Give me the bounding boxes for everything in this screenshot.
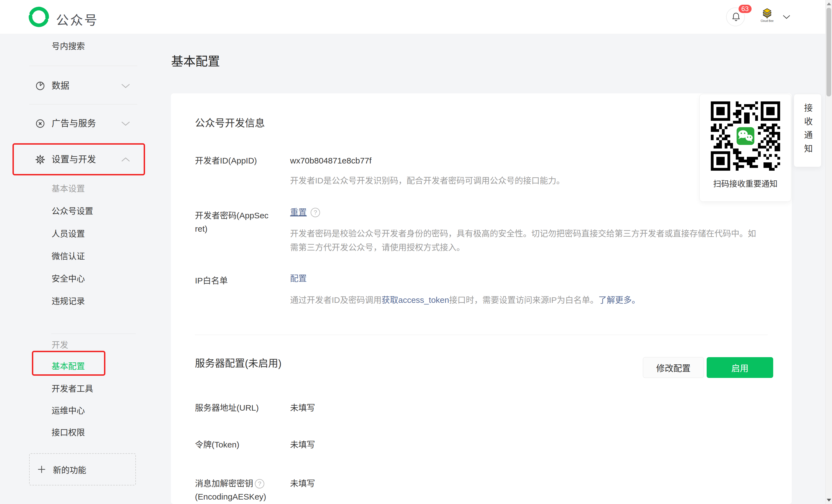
appsecret-actions: 重置? [290, 206, 320, 218]
sidebar-item-ops-center[interactable]: 运维中心 [52, 405, 85, 416]
sidebar-item-data[interactable]: 数据 [52, 80, 69, 91]
aes-key-label: 消息加解密密钥? (EncodingAESKey) [195, 477, 286, 503]
learn-more-link[interactable]: 了解更多。 [598, 296, 640, 305]
page-scrollbar[interactable] [825, 0, 832, 504]
configure-ip-whitelist-link[interactable]: 配置 [290, 274, 307, 283]
appsecret-label: 开发者密码(AppSec ret) [195, 209, 286, 235]
appid-value: wx70b804871e8cb77f [290, 155, 372, 167]
sidebar-divider [51, 334, 136, 334]
sidebar-nav: 号内搜索 数据 广告与服务 [0, 34, 155, 504]
reset-appsecret-link[interactable]: 重置 [290, 207, 307, 217]
dev-info-heading: 公众号开发信息 [195, 117, 265, 130]
sidebar-item-account-search[interactable]: 号内搜索 [52, 41, 85, 52]
plus-icon [37, 465, 46, 474]
chevron-down-icon[interactable] [121, 83, 130, 89]
qr-code [711, 102, 780, 171]
new-feature-label: 新的功能 [53, 463, 86, 475]
aes-key-value: 未填写 [290, 477, 315, 489]
ip-whitelist-label: IP白名单 [195, 275, 286, 287]
page-title: 基本配置 [171, 54, 220, 69]
server-url-value: 未填写 [290, 402, 315, 414]
appid-desc: 开发者ID是公众号开发识别码，配合开发者密码可调用公众号的接口能力。 [290, 174, 565, 187]
scrollbar-up-arrow-icon[interactable] [827, 2, 831, 5]
ip-whitelist-desc: 通过开发者ID及密码调用获取access_token接口时，需要设置访问来源IP… [290, 294, 640, 306]
qr-caption: 扫码接收重要通知 [700, 177, 791, 189]
sidebar-divider [29, 104, 137, 105]
chevron-down-icon[interactable] [121, 121, 130, 127]
compass-icon [35, 119, 45, 129]
get-access-token-link[interactable]: 获取access_token [382, 296, 449, 305]
sidebar-item-ads-services[interactable]: 广告与服务 [52, 118, 96, 129]
qr-notice-panel: 扫码接收重要通知 [699, 94, 791, 202]
brand-title: 公众号 [56, 10, 99, 28]
appsecret-desc: 开发者密码是校验公众号开发者身份的密码，具有极高的安全性。切记勿把密码直接交给第… [290, 227, 756, 254]
account-avatar[interactable] [761, 8, 773, 19]
sidebar-item-account-settings[interactable]: 公众号设置 [52, 205, 93, 217]
scrollbar-down-arrow-icon[interactable] [827, 499, 831, 502]
sidebar-item-api-permissions[interactable]: 接口权限 [52, 427, 85, 438]
server-config-heading: 服务器配置(未启用) [195, 357, 282, 370]
scrollbar-thumb[interactable] [827, 8, 831, 96]
sidebar-item-wechat-verification[interactable]: 微信认证 [52, 251, 85, 262]
account-name-caption: Cloud Bee [758, 19, 777, 23]
page: 公众号 63 Cloud Bee 号内搜索 [0, 0, 832, 504]
server-url-label: 服务器地址(URL) [195, 402, 286, 414]
token-label: 令牌(Token) [195, 439, 286, 451]
modify-config-button[interactable]: 修改配置 [643, 357, 704, 378]
sidebar-item-security-center[interactable]: 安全中心 [52, 273, 85, 284]
new-feature-button[interactable]: 新的功能 [29, 453, 136, 485]
wechat-official-accounts-logo-icon [28, 6, 49, 27]
enable-button[interactable]: 启用 [707, 357, 773, 378]
basic-config-card: 公众号开发信息 开发者ID(AppID) wx70b804871e8cb77f … [171, 93, 792, 504]
section-divider [195, 335, 768, 335]
ip-whitelist-actions: 配置 [290, 272, 307, 285]
token-value: 未填写 [290, 439, 315, 451]
bell-icon [730, 11, 742, 23]
sidebar-item-violation-records[interactable]: 违规记录 [52, 296, 85, 307]
question-mark-icon[interactable]: ? [311, 208, 320, 217]
top-header: 公众号 63 Cloud Bee [0, 0, 832, 34]
annotation-box-basic-config [32, 351, 105, 376]
sidebar-section-dev: 开发 [52, 339, 68, 351]
sidebar-item-developer-tools[interactable]: 开发者工具 [52, 383, 93, 394]
notification-count-badge: 63 [738, 4, 752, 14]
cloud-bee-logo-icon [761, 8, 773, 19]
annotation-box-settings-dev [12, 143, 145, 175]
receive-notification-label: 接收通知 [802, 103, 814, 158]
pie-chart-icon [35, 81, 45, 91]
question-mark-icon[interactable]: ? [255, 479, 264, 488]
sidebar-item-basic-settings[interactable]: 基本设置 [52, 183, 85, 194]
account-menu-chevron-down-icon[interactable] [783, 15, 790, 21]
sidebar-item-staff-settings[interactable]: 人员设置 [52, 228, 85, 240]
receive-notification-tab[interactable]: 接收通知 [794, 94, 822, 167]
appid-label: 开发者ID(AppID) [195, 155, 286, 167]
